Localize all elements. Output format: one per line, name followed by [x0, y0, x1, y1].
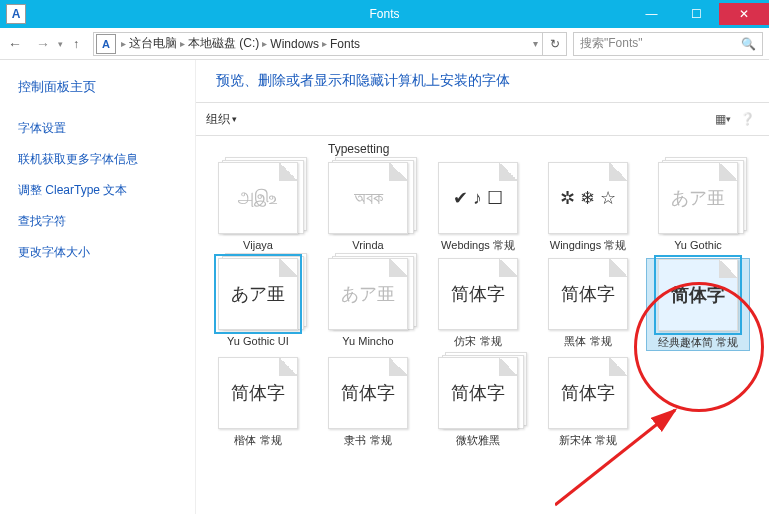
toolbar: 组织 ▾ ▦▾ ❔: [196, 102, 769, 136]
font-preview-tile[interactable]: 简体字: [658, 259, 738, 331]
search-input[interactable]: 搜索"Fonts" 🔍: [573, 32, 763, 56]
font-item[interactable]: あア亜Yu Gothic: [646, 162, 750, 252]
font-name-label: Vijaya: [243, 238, 273, 252]
font-preview-tile[interactable]: அஇஉ: [218, 162, 298, 234]
font-preview-text: 简体字: [561, 282, 615, 306]
font-preview-text: 简体字: [451, 381, 505, 405]
minimize-button[interactable]: —: [629, 3, 674, 25]
font-name-label: 经典趣体简 常规: [658, 335, 738, 349]
chevron-right-icon[interactable]: ▸: [262, 38, 267, 49]
page-heading: 预览、删除或者显示和隐藏计算机上安装的字体: [196, 60, 769, 102]
font-item[interactable]: 简体字经典趣体简 常规: [646, 258, 750, 350]
font-name-label: Vrinda: [352, 238, 383, 252]
font-preview-tile[interactable]: 简体字: [438, 357, 518, 429]
breadcrumb-part[interactable]: Windows: [270, 37, 319, 51]
font-item[interactable]: ✔ ♪ ☐Webdings 常规: [426, 162, 530, 252]
organize-menu[interactable]: 组织 ▾: [206, 111, 237, 128]
font-label: Typesetting: [206, 140, 759, 162]
sidebar-link[interactable]: 字体设置: [18, 120, 177, 137]
font-preview-tile[interactable]: 简体字: [438, 258, 518, 330]
sidebar-link[interactable]: 查找字符: [18, 213, 177, 230]
font-name-label: 新宋体 常规: [559, 433, 617, 447]
breadcrumb-dropdown-icon[interactable]: ▾: [529, 38, 542, 49]
close-button[interactable]: ✕: [719, 3, 769, 25]
font-name-label: Yu Gothic: [674, 238, 722, 252]
font-name-label: Yu Gothic UI: [227, 334, 289, 348]
font-preview-tile[interactable]: 简体字: [328, 357, 408, 429]
breadcrumb-part[interactable]: Fonts: [330, 37, 360, 51]
breadcrumb-part[interactable]: 这台电脑: [129, 35, 177, 52]
font-preview-tile[interactable]: あア亜: [658, 162, 738, 234]
font-item[interactable]: 简体字微软雅黑: [426, 357, 530, 447]
font-preview-tile[interactable]: 简体字: [548, 258, 628, 330]
font-preview-text: 简体字: [451, 282, 505, 306]
titlebar: A Fonts — ☐ ✕: [0, 0, 769, 28]
font-preview-text: あア亜: [671, 186, 725, 210]
font-preview-text: 简体字: [561, 381, 615, 405]
location-icon: A: [96, 34, 116, 54]
history-dropdown-icon[interactable]: ▾: [58, 39, 63, 49]
breadcrumb[interactable]: A ▸ 这台电脑 ▸ 本地磁盘 (C:) ▸ Windows ▸ Fonts ▾…: [93, 32, 567, 56]
forward-button[interactable]: →: [30, 31, 56, 57]
font-preview-text: 简体字: [231, 381, 285, 405]
font-item[interactable]: 简体字隶书 常规: [316, 357, 420, 447]
font-preview-text: あア亜: [341, 282, 395, 306]
font-preview-tile[interactable]: あア亜: [218, 258, 298, 330]
maximize-button[interactable]: ☐: [674, 3, 719, 25]
font-name-label: Wingdings 常规: [550, 238, 626, 252]
navbar: ← → ▾ ↑ A ▸ 这台电脑 ▸ 本地磁盘 (C:) ▸ Windows ▸…: [0, 28, 769, 60]
font-name-label: 隶书 常规: [344, 433, 391, 447]
font-item[interactable]: அஇஉVijaya: [206, 162, 310, 252]
chevron-right-icon[interactable]: ▸: [180, 38, 185, 49]
back-button[interactable]: ←: [2, 31, 28, 57]
sidebar-link[interactable]: 联机获取更多字体信息: [18, 151, 177, 168]
sidebar-link[interactable]: 更改字体大小: [18, 244, 177, 261]
font-preview-tile[interactable]: অবক: [328, 162, 408, 234]
font-preview-text: অবক: [354, 188, 383, 209]
font-item[interactable]: ✲ ❄ ☆Wingdings 常规: [536, 162, 640, 252]
font-item[interactable]: 简体字新宋体 常规: [536, 357, 640, 447]
font-item[interactable]: অবকVrinda: [316, 162, 420, 252]
font-name-label: Webdings 常规: [441, 238, 515, 252]
font-item[interactable]: 简体字楷体 常规: [206, 357, 310, 447]
control-panel-home-link[interactable]: 控制面板主页: [18, 78, 177, 96]
font-preview-tile[interactable]: 简体字: [218, 357, 298, 429]
breadcrumb-part[interactable]: 本地磁盘 (C:): [188, 35, 259, 52]
font-item[interactable]: あア亜Yu Gothic UI: [206, 258, 310, 350]
font-item[interactable]: 简体字仿宋 常规: [426, 258, 530, 350]
fonts-grid[interactable]: Typesetting அஇஉVijayaঅবকVrinda✔ ♪ ☐Webdi…: [196, 136, 769, 514]
font-name-label: Yu Mincho: [342, 334, 393, 348]
window-title: Fonts: [369, 7, 399, 21]
search-icon[interactable]: 🔍: [741, 37, 756, 51]
chevron-right-icon[interactable]: ▸: [121, 38, 126, 49]
font-preview-text: அஇஉ: [238, 188, 278, 209]
chevron-right-icon[interactable]: ▸: [322, 38, 327, 49]
font-preview-text: 简体字: [341, 381, 395, 405]
font-item[interactable]: 简体字黑体 常规: [536, 258, 640, 350]
font-preview-text: ✔ ♪ ☐: [453, 187, 503, 209]
refresh-button[interactable]: ↻: [542, 33, 566, 55]
chevron-down-icon: ▾: [232, 114, 237, 124]
sidebar-link[interactable]: 调整 ClearType 文本: [18, 182, 177, 199]
app-icon: A: [6, 4, 26, 24]
font-preview-tile[interactable]: ✔ ♪ ☐: [438, 162, 518, 234]
font-preview-text: あア亜: [231, 282, 285, 306]
search-placeholder: 搜索"Fonts": [580, 35, 643, 52]
font-preview-text: ✲ ❄ ☆: [560, 187, 616, 209]
font-name-label: 楷体 常规: [234, 433, 281, 447]
sidebar: 控制面板主页 字体设置 联机获取更多字体信息 调整 ClearType 文本 查…: [0, 60, 195, 514]
main-content: 预览、删除或者显示和隐藏计算机上安装的字体 组织 ▾ ▦▾ ❔ Typesett…: [195, 60, 769, 514]
font-name-label: 黑体 常规: [564, 334, 611, 348]
view-options-button[interactable]: ▦▾: [711, 107, 735, 131]
font-name-label: 仿宋 常规: [454, 334, 501, 348]
font-preview-tile[interactable]: 简体字: [548, 357, 628, 429]
font-preview-tile[interactable]: あア亜: [328, 258, 408, 330]
up-button[interactable]: ↑: [65, 33, 87, 55]
font-preview-text: 简体字: [671, 283, 725, 307]
font-preview-tile[interactable]: ✲ ❄ ☆: [548, 162, 628, 234]
help-button[interactable]: ❔: [735, 107, 759, 131]
font-name-label: 微软雅黑: [456, 433, 500, 447]
font-item[interactable]: あア亜Yu Mincho: [316, 258, 420, 350]
